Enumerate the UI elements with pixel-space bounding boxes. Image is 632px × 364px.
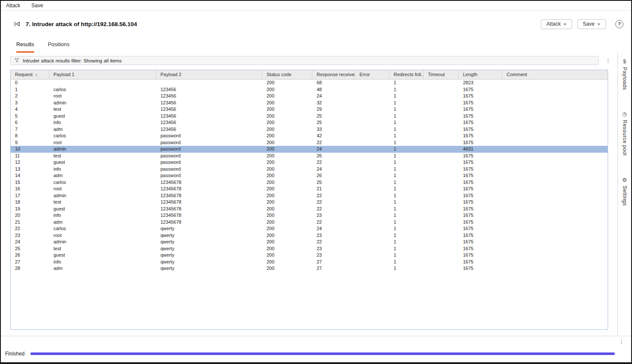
table-row[interactable]: 24adminqwerty2002211675 <box>11 239 608 246</box>
table-row[interactable]: 15carlos123456782002511675 <box>11 179 608 186</box>
table-cell <box>355 265 389 272</box>
menu-save[interactable]: Save <box>30 2 44 9</box>
filter-label: Intruder attack results filter: Showing … <box>23 58 122 63</box>
table-cell: 1 <box>389 212 424 219</box>
sidebar-item-label: Payloads <box>622 67 628 90</box>
table-cell <box>355 206 389 213</box>
table-cell: password <box>156 172 262 179</box>
table-row[interactable]: 6info1234562002511675 <box>11 119 608 126</box>
column-header[interactable]: Redirects foll... <box>389 70 424 79</box>
sidebar-item-resource-pool[interactable]: ◷ Resource pool <box>622 111 628 156</box>
table-cell <box>424 86 459 93</box>
sidebar-item-payloads[interactable]: $ Payloads <box>622 59 628 90</box>
column-header[interactable]: Response received <box>312 70 355 79</box>
table-cell: 1675 <box>459 133 502 139</box>
table-row[interactable]: 11testpassword2002611675 <box>11 153 608 160</box>
table-cell <box>355 93 389 100</box>
table-row[interactable]: 1carlos1234562004811675 <box>11 86 608 93</box>
table-row[interactable]: 4test1234562002911675 <box>11 106 608 113</box>
table-cell: 1 <box>389 206 424 213</box>
table-cell: 200 <box>262 100 312 107</box>
table-row[interactable]: 26guestqwerty2002311675 <box>11 252 608 259</box>
column-header[interactable]: Length <box>459 70 502 79</box>
table-cell <box>424 166 459 173</box>
table-cell <box>424 126 459 133</box>
table-cell <box>424 93 459 100</box>
tab-results[interactable]: Results <box>16 41 34 53</box>
table-cell <box>355 126 389 133</box>
table-cell <box>424 119 459 126</box>
table-cell: 200 <box>262 119 312 126</box>
table-row[interactable]: 10adminpassword2002414931 <box>11 146 608 153</box>
table-row[interactable]: 23rootqwerty2002311675 <box>11 232 608 239</box>
table-cell: password <box>156 166 262 173</box>
tab-positions[interactable]: Positions <box>48 41 70 53</box>
table-row[interactable]: 12guestpassword2002211675 <box>11 159 608 166</box>
column-header[interactable]: Request∧ <box>11 70 49 79</box>
table-cell: 14 <box>11 172 49 179</box>
table-row[interactable]: 13infopassword2002411675 <box>11 166 608 173</box>
column-header[interactable]: Payload 1 <box>49 70 156 79</box>
table-row[interactable]: 14admpassword2002611675 <box>11 172 608 179</box>
table-cell: 19 <box>11 206 49 213</box>
table-row[interactable]: 21adm123456782002211675 <box>11 219 608 226</box>
table-cell <box>502 146 608 153</box>
table-cell <box>502 199 608 206</box>
help-icon[interactable]: ? <box>615 20 623 28</box>
table-cell: 123456 <box>156 93 262 100</box>
table-row[interactable]: 25testqwerty2002311675 <box>11 246 608 252</box>
table-row[interactable]: 28admqwerty2002711675 <box>11 265 608 272</box>
main-panel: Intruder attack results filter: Showing … <box>1 53 617 336</box>
table-cell <box>355 239 389 246</box>
table-row[interactable]: 19guest123456782002211675 <box>11 206 608 213</box>
table-cell: 25 <box>312 113 355 120</box>
table-row[interactable]: 02006812823 <box>11 80 608 86</box>
column-header[interactable]: Timeout <box>424 70 459 79</box>
table-row[interactable]: 9rootpassword2002211675 <box>11 139 608 146</box>
table-row[interactable]: 18test123456782002211675 <box>11 199 608 206</box>
column-header[interactable]: Status code <box>262 70 312 79</box>
sidebar-item-settings[interactable]: ⚙ Settings <box>622 177 628 206</box>
table-row[interactable]: 5guest1234562002511675 <box>11 113 608 120</box>
table-row[interactable]: 20info123456782002311675 <box>11 212 608 219</box>
table-cell <box>49 80 156 86</box>
tab-bar: Results Positions <box>1 37 631 53</box>
table-row[interactable]: 7adm1234562003311675 <box>11 126 608 133</box>
table-row[interactable]: 17admin123456782002211675 <box>11 192 608 199</box>
menu-attack[interactable]: Attack <box>5 2 21 9</box>
column-header[interactable]: Comment <box>502 70 608 79</box>
table-cell: 1675 <box>459 265 502 272</box>
table-row[interactable]: 16root123456782002111675 <box>11 186 608 192</box>
filter-kebab-menu-icon[interactable]: ⋮ <box>605 58 611 63</box>
column-header[interactable]: Error <box>355 70 389 79</box>
save-dropdown-button[interactable]: Save ∨ <box>577 19 606 29</box>
results-filter-bar[interactable]: Intruder attack results filter: Showing … <box>10 56 599 65</box>
table-cell <box>502 232 608 239</box>
table-cell: 12345678 <box>156 192 262 199</box>
table-row[interactable]: 3admin1234562003211675 <box>11 100 608 107</box>
table-cell: 22 <box>312 219 355 226</box>
column-header[interactable]: Payload 2 <box>156 70 262 79</box>
bottom-kebab-menu-icon[interactable]: ⋮ <box>619 339 624 344</box>
table-cell: 1675 <box>459 119 502 126</box>
table-cell <box>502 153 608 160</box>
table-cell <box>355 232 389 239</box>
table-cell: 7 <box>11 126 49 133</box>
table-row[interactable]: 27infoqwerty2002711675 <box>11 259 608 266</box>
attack-dropdown-button[interactable]: Attack ∨ <box>541 19 572 29</box>
table-cell: 3 <box>11 100 49 107</box>
table-cell: 123456 <box>156 126 262 133</box>
table-row[interactable]: 22carlosqwerty2002411675 <box>11 225 608 232</box>
back-arrow-icon[interactable] <box>14 21 21 27</box>
table-cell: 1675 <box>459 259 502 266</box>
table-cell: 1 <box>389 119 424 126</box>
table-cell <box>502 126 608 133</box>
clock-icon: ◷ <box>622 111 627 117</box>
table-cell: qwerty <box>156 265 262 272</box>
table-cell: 1 <box>389 80 424 86</box>
table-row[interactable]: 2root1234562002411675 <box>11 93 608 100</box>
table-row[interactable]: 8carlospassword2004211675 <box>11 133 608 139</box>
table-cell: guest <box>49 206 156 213</box>
table-cell <box>502 100 608 107</box>
menubar: Attack Save <box>1 1 631 11</box>
